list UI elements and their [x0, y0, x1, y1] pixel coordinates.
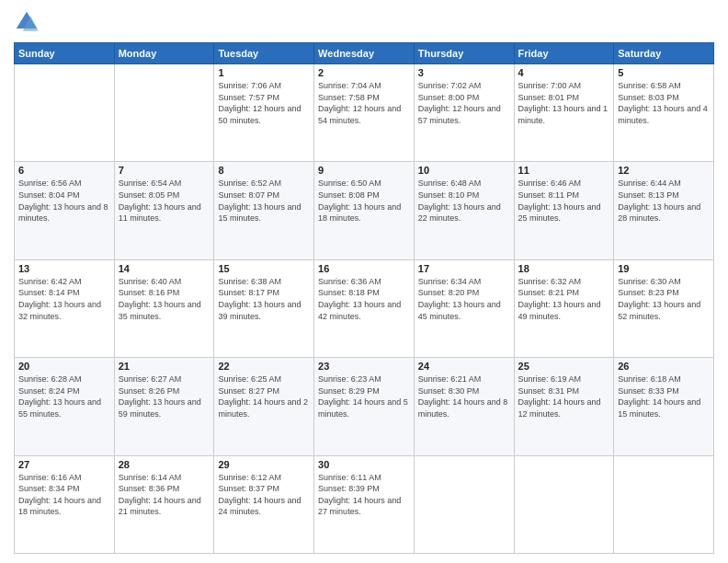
calendar-cell: 5Sunrise: 6:58 AM Sunset: 8:03 PM Daylig…	[614, 64, 714, 162]
day-info: Sunrise: 7:00 AM Sunset: 8:01 PM Dayligh…	[518, 80, 610, 126]
day-number: 2	[318, 67, 410, 78]
day-info: Sunrise: 7:06 AM Sunset: 7:57 PM Dayligh…	[218, 80, 310, 126]
day-number: 21	[119, 361, 210, 372]
day-info: Sunrise: 6:56 AM Sunset: 8:04 PM Dayligh…	[18, 178, 110, 224]
day-info: Sunrise: 6:48 AM Sunset: 8:10 PM Dayligh…	[418, 178, 510, 224]
day-info: Sunrise: 6:36 AM Sunset: 8:18 PM Dayligh…	[318, 276, 410, 322]
day-info: Sunrise: 6:50 AM Sunset: 8:08 PM Dayligh…	[318, 178, 410, 224]
day-number: 20	[18, 361, 110, 372]
weekday-header-sunday: Sunday	[15, 43, 115, 64]
day-number: 19	[618, 263, 710, 274]
calendar-cell: 30Sunrise: 6:11 AM Sunset: 8:39 PM Dayli…	[314, 455, 415, 553]
weekday-header-tuesday: Tuesday	[214, 43, 314, 64]
calendar-cell: 27Sunrise: 6:16 AM Sunset: 8:34 PM Dayli…	[15, 455, 115, 553]
calendar-cell	[514, 455, 614, 553]
header	[14, 9, 714, 35]
calendar-cell: 3Sunrise: 7:02 AM Sunset: 8:00 PM Daylig…	[414, 64, 514, 162]
day-info: Sunrise: 6:40 AM Sunset: 8:16 PM Dayligh…	[119, 276, 210, 322]
calendar-cell: 12Sunrise: 6:44 AM Sunset: 8:13 PM Dayli…	[614, 162, 714, 259]
calendar-cell: 6Sunrise: 6:56 AM Sunset: 8:04 PM Daylig…	[15, 162, 115, 259]
calendar-cell	[15, 64, 115, 162]
week-row-1: 6Sunrise: 6:56 AM Sunset: 8:04 PM Daylig…	[15, 162, 714, 259]
calendar-cell: 2Sunrise: 7:04 AM Sunset: 7:58 PM Daylig…	[314, 64, 415, 162]
calendar-cell	[614, 455, 714, 553]
day-info: Sunrise: 6:46 AM Sunset: 8:11 PM Dayligh…	[518, 178, 610, 224]
day-number: 29	[218, 459, 310, 470]
day-number: 1	[218, 67, 310, 78]
week-row-3: 20Sunrise: 6:28 AM Sunset: 8:24 PM Dayli…	[15, 358, 714, 455]
calendar-cell: 4Sunrise: 7:00 AM Sunset: 8:01 PM Daylig…	[514, 64, 614, 162]
calendar-cell: 8Sunrise: 6:52 AM Sunset: 8:07 PM Daylig…	[214, 162, 314, 259]
calendar-cell: 15Sunrise: 6:38 AM Sunset: 8:17 PM Dayli…	[214, 259, 314, 357]
calendar-cell: 13Sunrise: 6:42 AM Sunset: 8:14 PM Dayli…	[15, 259, 115, 357]
day-info: Sunrise: 6:21 AM Sunset: 8:30 PM Dayligh…	[418, 373, 510, 419]
day-number: 11	[518, 165, 610, 176]
weekday-header-wednesday: Wednesday	[314, 43, 415, 64]
calendar-cell: 10Sunrise: 6:48 AM Sunset: 8:10 PM Dayli…	[414, 162, 514, 259]
calendar-cell: 1Sunrise: 7:06 AM Sunset: 7:57 PM Daylig…	[214, 64, 314, 162]
day-number: 24	[418, 361, 510, 372]
day-number: 10	[418, 165, 510, 176]
day-number: 18	[518, 263, 610, 274]
calendar-cell: 11Sunrise: 6:46 AM Sunset: 8:11 PM Dayli…	[514, 162, 614, 259]
logo-icon	[14, 9, 40, 35]
weekday-header-saturday: Saturday	[614, 43, 714, 64]
calendar-cell	[414, 455, 514, 553]
day-number: 5	[618, 67, 710, 78]
calendar-cell: 24Sunrise: 6:21 AM Sunset: 8:30 PM Dayli…	[414, 358, 514, 455]
day-number: 17	[418, 263, 510, 274]
day-number: 3	[418, 67, 510, 78]
day-number: 30	[318, 459, 410, 470]
day-number: 12	[618, 165, 710, 176]
page: SundayMondayTuesdayWednesdayThursdayFrid…	[0, 0, 728, 563]
day-number: 15	[218, 263, 310, 274]
weekday-header-thursday: Thursday	[414, 43, 514, 64]
week-row-0: 1Sunrise: 7:06 AM Sunset: 7:57 PM Daylig…	[15, 64, 714, 162]
calendar-cell: 23Sunrise: 6:23 AM Sunset: 8:29 PM Dayli…	[314, 358, 415, 455]
day-info: Sunrise: 6:38 AM Sunset: 8:17 PM Dayligh…	[218, 276, 310, 322]
day-info: Sunrise: 6:11 AM Sunset: 8:39 PM Dayligh…	[318, 472, 410, 518]
day-info: Sunrise: 6:25 AM Sunset: 8:27 PM Dayligh…	[218, 373, 310, 419]
day-number: 16	[318, 263, 410, 274]
day-info: Sunrise: 6:30 AM Sunset: 8:23 PM Dayligh…	[618, 276, 710, 322]
logo	[14, 9, 43, 35]
day-info: Sunrise: 6:52 AM Sunset: 8:07 PM Dayligh…	[218, 178, 310, 224]
day-number: 22	[218, 361, 310, 372]
day-info: Sunrise: 6:19 AM Sunset: 8:31 PM Dayligh…	[518, 373, 610, 419]
calendar-cell: 26Sunrise: 6:18 AM Sunset: 8:33 PM Dayli…	[614, 358, 714, 455]
day-info: Sunrise: 6:18 AM Sunset: 8:33 PM Dayligh…	[618, 373, 710, 419]
calendar-cell: 14Sunrise: 6:40 AM Sunset: 8:16 PM Dayli…	[114, 259, 214, 357]
day-info: Sunrise: 6:23 AM Sunset: 8:29 PM Dayligh…	[318, 373, 410, 419]
calendar-cell: 16Sunrise: 6:36 AM Sunset: 8:18 PM Dayli…	[314, 259, 415, 357]
calendar-cell: 21Sunrise: 6:27 AM Sunset: 8:26 PM Dayli…	[114, 358, 214, 455]
day-info: Sunrise: 6:44 AM Sunset: 8:13 PM Dayligh…	[618, 178, 710, 224]
weekday-header-friday: Friday	[514, 43, 614, 64]
day-info: Sunrise: 6:12 AM Sunset: 8:37 PM Dayligh…	[218, 472, 310, 518]
day-number: 9	[318, 165, 410, 176]
calendar-cell: 19Sunrise: 6:30 AM Sunset: 8:23 PM Dayli…	[614, 259, 714, 357]
day-info: Sunrise: 6:16 AM Sunset: 8:34 PM Dayligh…	[18, 472, 110, 518]
day-info: Sunrise: 7:04 AM Sunset: 7:58 PM Dayligh…	[318, 80, 410, 126]
day-number: 23	[318, 361, 410, 372]
calendar-cell: 22Sunrise: 6:25 AM Sunset: 8:27 PM Dayli…	[214, 358, 314, 455]
calendar-cell	[114, 64, 214, 162]
day-info: Sunrise: 6:54 AM Sunset: 8:05 PM Dayligh…	[119, 178, 210, 224]
day-info: Sunrise: 6:28 AM Sunset: 8:24 PM Dayligh…	[18, 373, 110, 419]
calendar-cell: 28Sunrise: 6:14 AM Sunset: 8:36 PM Dayli…	[114, 455, 214, 553]
day-number: 28	[119, 459, 210, 470]
day-info: Sunrise: 7:02 AM Sunset: 8:00 PM Dayligh…	[418, 80, 510, 126]
calendar-table: SundayMondayTuesdayWednesdayThursdayFrid…	[14, 42, 714, 554]
calendar-cell: 29Sunrise: 6:12 AM Sunset: 8:37 PM Dayli…	[214, 455, 314, 553]
week-row-2: 13Sunrise: 6:42 AM Sunset: 8:14 PM Dayli…	[15, 259, 714, 357]
day-number: 13	[18, 263, 110, 274]
day-info: Sunrise: 6:34 AM Sunset: 8:20 PM Dayligh…	[418, 276, 510, 322]
weekday-header-row: SundayMondayTuesdayWednesdayThursdayFrid…	[15, 43, 714, 64]
calendar-cell: 18Sunrise: 6:32 AM Sunset: 8:21 PM Dayli…	[514, 259, 614, 357]
week-row-4: 27Sunrise: 6:16 AM Sunset: 8:34 PM Dayli…	[15, 455, 714, 553]
day-info: Sunrise: 6:42 AM Sunset: 8:14 PM Dayligh…	[18, 276, 110, 322]
calendar-cell: 17Sunrise: 6:34 AM Sunset: 8:20 PM Dayli…	[414, 259, 514, 357]
day-number: 25	[518, 361, 610, 372]
day-info: Sunrise: 6:27 AM Sunset: 8:26 PM Dayligh…	[119, 373, 210, 419]
day-number: 14	[119, 263, 210, 274]
calendar-cell: 7Sunrise: 6:54 AM Sunset: 8:05 PM Daylig…	[114, 162, 214, 259]
